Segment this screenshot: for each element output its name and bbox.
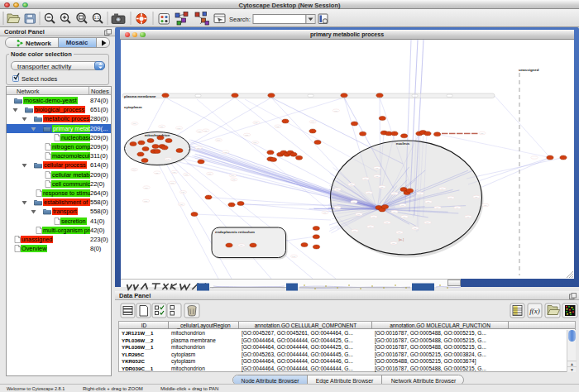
svg-text:f(x): f(x) [529, 307, 540, 315]
svg-text:Search:: Search: [229, 16, 251, 23]
svg-text:Yxx..: Yxx.. [480, 132, 484, 134]
svg-text:Yxx..: Yxx.. [363, 178, 367, 179]
svg-text:Yxx..: Yxx.. [311, 121, 315, 122]
svg-text:Yxx..: Yxx.. [474, 196, 478, 198]
svg-text:Yxx..: Yxx.. [323, 212, 327, 213]
svg-text:Yxx..: Yxx.. [231, 174, 235, 176]
svg-text:Yxx..: Yxx.. [352, 201, 356, 203]
svg-text:Yxx..: Yxx.. [170, 182, 175, 184]
svg-text:Yxx..: Yxx.. [466, 216, 470, 218]
svg-text:cytoplasm: cytoplasm [124, 105, 142, 109]
svg-text:Yxx..: Yxx.. [144, 200, 148, 202]
svg-text:Yxx..: Yxx.. [203, 130, 208, 131]
svg-text:Yxx..: Yxx.. [335, 189, 339, 190]
svg-text:Yxx..: Yxx.. [385, 222, 389, 223]
svg-text:Yxx..: Yxx.. [223, 151, 227, 153]
svg-text:Yxx..: Yxx.. [132, 169, 136, 170]
svg-text:Yxx..: Yxx.. [426, 201, 430, 203]
svg-text:1:1: 1:1 [94, 16, 100, 20]
svg-text:Yxx..: Yxx.. [448, 197, 452, 198]
svg-text:Yxx..: Yxx.. [177, 127, 181, 129]
svg-text:Yxx..: Yxx.. [435, 207, 439, 208]
svg-text:nucleus: nucleus [396, 141, 410, 146]
svg-text:Yxx..: Yxx.. [253, 141, 257, 143]
svg-text:Yxx..: Yxx.. [366, 192, 371, 194]
svg-text:Yxx..: Yxx.. [232, 179, 236, 180]
svg-text:Yxx..: Yxx.. [239, 244, 243, 246]
svg-text:Yxx..: Yxx.. [380, 186, 384, 188]
svg-text:endoplasmic reticulum: endoplasmic reticulum [215, 230, 255, 234]
svg-text:Yxx..: Yxx.. [155, 172, 159, 174]
svg-text:Yxx..: Yxx.. [184, 174, 189, 175]
svg-text:Yxx..: Yxx.. [217, 139, 221, 141]
svg-text:Yxx..: Yxx.. [292, 256, 296, 257]
svg-text:Yxx..: Yxx.. [375, 167, 379, 169]
svg-text:unassigned: unassigned [519, 68, 539, 72]
svg-text:Yxx..: Yxx.. [392, 211, 396, 213]
svg-text:Yxx..: Yxx.. [181, 191, 185, 193]
svg-text:Yxx..: Yxx.. [440, 188, 444, 189]
svg-text:Yxx..: Yxx.. [418, 193, 422, 194]
svg-text:Yxx..: Yxx.. [483, 204, 487, 206]
svg-text:Yxx..: Yxx.. [352, 230, 356, 232]
svg-text:Yxx..: Yxx.. [425, 222, 429, 223]
svg-text:Yxx..: Yxx.. [196, 147, 200, 149]
svg-text:Yxx..: Yxx.. [400, 204, 404, 206]
svg-text:Yxx..: Yxx.. [245, 134, 249, 136]
svg-text:plasma membrane: plasma membrane [124, 94, 156, 98]
svg-text:Yxx..: Yxx.. [368, 226, 372, 227]
svg-text:Yxx..: Yxx.. [349, 184, 353, 185]
svg-text:mitochondrion: mitochondrion [145, 133, 170, 137]
svg-text:Yxx..: Yxx.. [132, 122, 136, 124]
svg-text:Yxx..: Yxx.. [335, 207, 339, 208]
svg-text:Yxx..: Yxx.. [160, 126, 164, 127]
svg-text:Yxx..: Yxx.. [172, 171, 176, 173]
svg-text:Yxx..: Yxx.. [275, 126, 280, 127]
svg-text:Yxx..: Yxx.. [413, 227, 417, 229]
svg-text:Yxx..: Yxx.. [356, 213, 361, 215]
svg-text:Yxx..: Yxx.. [392, 193, 396, 194]
svg-text:Yxx..: Yxx.. [198, 131, 202, 132]
svg-text:[xx..]: [xx..] [399, 238, 404, 241]
svg-text:Yxx..: Yxx.. [375, 175, 379, 177]
svg-text:Yxx..: Yxx.. [145, 187, 149, 189]
svg-text:Yxx..: Yxx.. [371, 216, 376, 218]
svg-text:Yxx..: Yxx.. [254, 122, 258, 123]
svg-text:Yxx..: Yxx.. [208, 173, 212, 174]
svg-text:Yxx..: Yxx.. [402, 216, 406, 218]
svg-text:Yxx..: Yxx.. [334, 110, 338, 112]
svg-text:Yxx..: Yxx.. [166, 158, 170, 160]
svg-text:Yxx..: Yxx.. [179, 203, 184, 205]
svg-text:Yxx..: Yxx.. [455, 207, 459, 208]
svg-text:Yxx..: Yxx.. [397, 232, 401, 233]
svg-text:Yxx..: Yxx.. [391, 242, 395, 244]
